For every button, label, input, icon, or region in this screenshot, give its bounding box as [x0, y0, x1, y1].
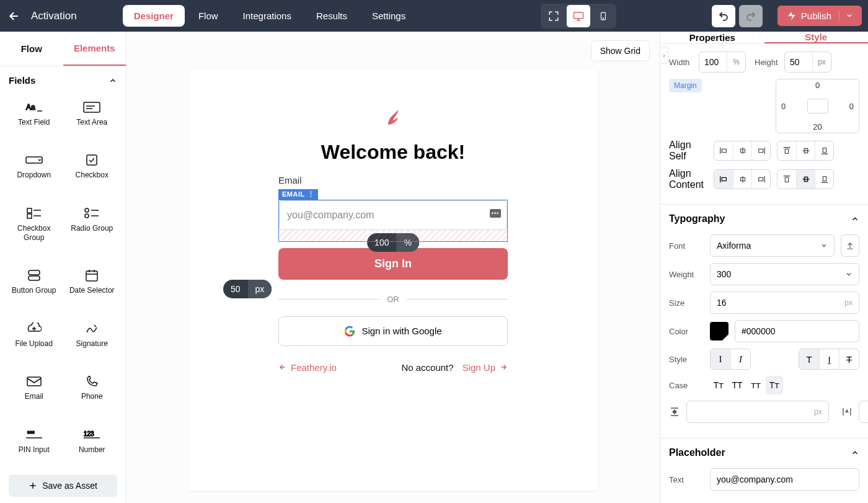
field-checkbox-group[interactable]: Checkbox Group — [5, 202, 63, 256]
google-signin-button[interactable]: Sign in with Google — [278, 316, 508, 346]
right-tab-style[interactable]: Style — [764, 32, 869, 43]
save-asset-button[interactable]: Save as Asset — [9, 474, 117, 497]
arrow-right-icon — [499, 363, 508, 371]
back-button[interactable] — [6, 8, 22, 24]
welcome-heading: Welcome back! — [278, 141, 508, 164]
size-label: Size — [669, 298, 704, 308]
normal-style-icon: I — [711, 349, 730, 369]
text-style-label: Style — [669, 355, 704, 364]
redo-button[interactable] — [739, 5, 763, 27]
align-self-label: Align Self — [669, 140, 707, 162]
left-tab-flow[interactable]: Flow — [0, 32, 63, 66]
field-date-selector[interactable]: Date Selector — [63, 264, 122, 309]
page-title: Activation — [31, 10, 77, 22]
field-menu-icon[interactable]: ••• — [490, 209, 501, 218]
tab-integrations[interactable]: Integrations — [232, 5, 303, 27]
email-field-selected[interactable]: you@company.com ••• — [278, 200, 508, 242]
margin-indicator — [279, 230, 507, 241]
content-top-icon — [777, 170, 796, 189]
svg-rect-7 — [27, 208, 32, 213]
field-checkbox[interactable]: Checkbox — [63, 148, 122, 194]
align-content-vertical[interactable] — [777, 169, 834, 189]
case-label: Case — [669, 381, 704, 390]
selected-element-tag[interactable]: EMAIL⋮ — [278, 189, 318, 200]
svg-text:Aa: Aa — [26, 103, 35, 112]
undo-button[interactable] — [712, 5, 735, 27]
field-radio-group[interactable]: Radio Group — [63, 202, 122, 256]
width-label: Width — [669, 58, 694, 67]
letter-spacing-icon — [841, 406, 852, 417]
svg-rect-14 — [27, 377, 41, 386]
chevron-up-icon — [851, 448, 859, 457]
justify-center-icon — [733, 170, 751, 189]
color-label: Color — [669, 327, 704, 336]
tab-designer[interactable]: Designer — [123, 5, 185, 27]
align-content-label: Align Content — [669, 168, 707, 190]
height-input[interactable]: px — [784, 51, 831, 73]
weight-select[interactable]: 300 — [710, 263, 859, 285]
case-group[interactable]: Tᴛ TT ᴛᴛ Tᴛ — [710, 376, 783, 394]
publish-button[interactable]: Publish — [777, 6, 862, 26]
svg-rect-8 — [27, 214, 32, 218]
case-upper-icon: TT — [728, 376, 746, 394]
show-grid-button[interactable]: Show Grid — [591, 40, 650, 61]
pin-icon: *** — [25, 428, 43, 442]
align-self-horizontal[interactable] — [714, 141, 771, 161]
letter-spacing-input[interactable]: px — [859, 401, 868, 423]
underline-icon: I — [819, 349, 839, 369]
fields-section-header[interactable]: Fields — [0, 66, 126, 92]
device-desktop-icon[interactable] — [567, 5, 590, 27]
font-style-group[interactable]: I I — [710, 349, 751, 370]
line-height-input[interactable]: px — [686, 401, 829, 423]
field-phone[interactable]: Phone — [63, 370, 122, 415]
width-input[interactable]: % — [699, 51, 746, 73]
weight-label: Weight — [669, 270, 704, 279]
font-upload-button[interactable] — [841, 234, 859, 257]
align-self-vertical[interactable] — [777, 141, 834, 161]
feathery-link[interactable]: Feathery.io — [278, 362, 337, 373]
field-dropdown[interactable]: Dropdown — [5, 148, 63, 194]
typography-header[interactable]: Typography — [660, 205, 868, 231]
checkbox-group-icon — [25, 207, 43, 220]
svg-rect-11 — [29, 270, 40, 275]
email-input[interactable]: you@company.com — [279, 200, 507, 230]
field-signature[interactable]: Signature — [63, 317, 122, 362]
size-input[interactable]: px — [710, 292, 859, 314]
email-icon — [25, 375, 43, 388]
svg-text:123: 123 — [84, 430, 94, 437]
margin-editor[interactable]: 0 0 0 20 — [776, 79, 859, 133]
collapse-right-icon[interactable]: › — [660, 47, 668, 64]
field-text-field[interactable]: AaText Field — [5, 96, 63, 141]
case-capitalize-icon: Tᴛ — [710, 376, 727, 394]
tab-flow[interactable]: Flow — [187, 5, 229, 27]
left-tab-elements[interactable]: Elements — [63, 32, 126, 66]
right-tab-properties[interactable]: Properties — [660, 32, 764, 43]
placeholder-header[interactable]: Placeholder — [660, 438, 868, 465]
align-content-horizontal[interactable] — [714, 169, 771, 189]
field-pin-input[interactable]: ***PIN Input — [5, 423, 63, 468]
decoration-group[interactable]: T I T — [799, 349, 859, 370]
field-text-area[interactable]: Text Area — [63, 96, 122, 141]
placeholder-text-input[interactable] — [710, 468, 859, 491]
italic-style-icon: I — [730, 349, 750, 369]
case-lower-icon: ᴛᴛ — [747, 376, 764, 394]
field-button-group[interactable]: Button Group — [5, 264, 63, 309]
device-mobile-icon[interactable] — [591, 5, 615, 27]
content-middle-icon — [796, 170, 815, 189]
signature-icon — [82, 322, 101, 336]
color-input[interactable] — [735, 320, 859, 342]
form-canvas[interactable]: Welcome back! 100% Email EMAIL⋮ you@comp… — [188, 69, 598, 491]
field-number[interactable]: 123Number — [63, 423, 122, 468]
device-fullscreen-icon[interactable] — [542, 5, 565, 27]
tab-results[interactable]: Results — [305, 5, 358, 27]
google-icon — [344, 326, 355, 337]
field-file-upload[interactable]: File Upload — [5, 317, 63, 362]
signin-button[interactable]: Sign In — [278, 248, 508, 280]
font-select[interactable]: Axiforma — [710, 234, 835, 257]
color-swatch[interactable] — [710, 322, 728, 341]
tab-settings[interactable]: Settings — [361, 5, 417, 27]
field-email[interactable]: Email — [5, 370, 63, 415]
signup-link[interactable]: Sign Up — [463, 362, 508, 373]
button-group-icon — [25, 269, 43, 282]
svg-rect-12 — [29, 276, 40, 280]
